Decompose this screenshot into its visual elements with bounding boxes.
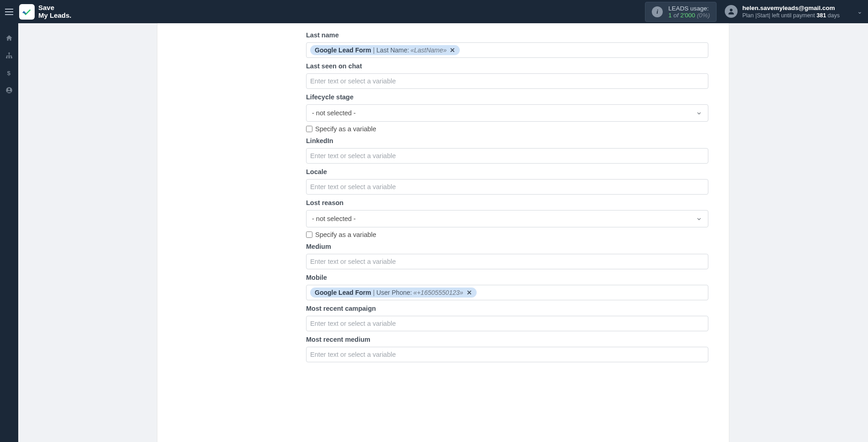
svg-point-0: [730, 9, 733, 11]
usage-count: 1: [668, 12, 672, 19]
days-num: 381: [816, 12, 826, 19]
app-logo[interactable]: [19, 4, 35, 20]
usage-title: LEADS usage:: [668, 5, 710, 12]
top-bar: Save My Leads. i LEADS usage: 1 of 2'000…: [0, 0, 868, 23]
usage-total: 2'000: [680, 12, 695, 19]
usage-of: of: [673, 12, 678, 19]
user-plan-line: Plan |Start| left until payment 381 days: [742, 12, 840, 19]
user-text: helen.savemyleads@gmail.com Plan |Start|…: [742, 4, 840, 20]
brand-line1: Save: [38, 4, 72, 12]
leads-usage-box[interactable]: i LEADS usage: 1 of 2'000 (0%): [645, 2, 717, 22]
plan-value: Start: [757, 12, 769, 19]
usage-values: 1 of 2'000 (0%): [668, 12, 710, 19]
brand-name: Save My Leads.: [38, 4, 72, 19]
days-word: days: [828, 12, 840, 19]
user-avatar-icon: [725, 5, 738, 18]
usage-pct: (0%): [697, 12, 710, 19]
left-text: | left until payment: [769, 12, 815, 19]
menu-icon[interactable]: [4, 6, 15, 17]
user-menu[interactable]: helen.savemyleads@gmail.com Plan |Start|…: [725, 4, 863, 20]
user-email: helen.savemyleads@gmail.com: [742, 4, 840, 12]
info-icon: i: [652, 6, 663, 17]
brand-line2: My Leads.: [38, 12, 72, 20]
chevron-down-icon[interactable]: ⌄: [857, 8, 863, 15]
plan-label: Plan |: [742, 12, 757, 19]
